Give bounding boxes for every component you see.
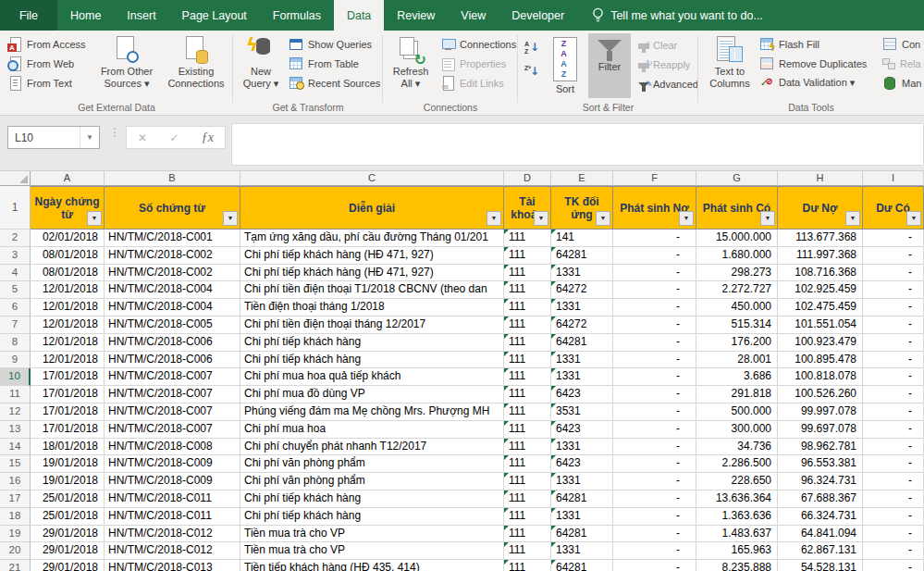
cell-credit-balance[interactable]: - [863,386,924,403]
cell-debit-balance[interactable]: 101.551.054 [778,317,863,334]
from-access-button[interactable]: From Access [6,34,88,54]
row-header[interactable]: 12 [0,403,31,421]
cell-doc-number[interactable]: HN/TM/C/2018-C006 [105,334,240,352]
cell-description[interactable]: Chi phí văn phòng phẩm [240,473,504,490]
tab-home[interactable]: Home [57,0,114,31]
row-header[interactable]: 4 [0,265,31,282]
cell-credit[interactable]: 2.286.500 [696,455,778,473]
cell-date[interactable]: 08/01/2018 [31,247,105,265]
cell-description[interactable]: Chi phí mua hoa quả tiếp khách [240,368,504,386]
cancel-icon[interactable]: ✕ [138,131,147,144]
cell-account[interactable]: 111 [504,455,551,473]
cell-date[interactable]: 19/01/2018 [31,455,105,473]
cell-doc-number[interactable]: HN/TM/C/2018-C002 [105,247,240,265]
cell-description[interactable]: Tiền tiếp khách hàng (HĐ 435, 414) [240,560,504,571]
from-table-button[interactable]: From Table [287,54,382,73]
cell-description[interactable]: Chi phí tiếp khách hàng (HĐ 471, 927) [240,247,504,265]
cell-credit-balance[interactable]: - [863,368,924,386]
cell-doc-number[interactable]: HN/TM/C/2018-C001 [105,230,240,247]
row-header[interactable]: 6 [0,299,31,317]
cell-date[interactable]: 18/01/2018 [31,439,105,456]
row-header[interactable]: 19 [0,526,31,543]
tab-review[interactable]: Review [384,0,448,31]
formula-input[interactable] [231,123,924,166]
cell-contra-account[interactable]: 1331 [551,542,613,560]
cell-credit[interactable]: 298.273 [696,265,778,282]
connections-button[interactable]: Connections [438,34,518,54]
cell-description[interactable]: Chi phí tiếp khách hàng [240,490,504,508]
from-text-button[interactable]: From Text [6,73,88,93]
cell-credit-balance[interactable]: - [863,439,924,456]
header-cell-dien-giai[interactable]: Diễn giải▼ [240,186,504,230]
new-query-button[interactable]: New Query ▾ [239,33,283,90]
text-to-columns-button[interactable]: Text to Columns [706,33,754,90]
tab-data[interactable]: Data [334,0,384,31]
cell-contra-account[interactable]: 64281 [551,490,613,508]
cell-credit-balance[interactable]: - [863,455,924,473]
sort-descending-button[interactable] [522,60,542,84]
filter-dropdown-button-d[interactable]: ▼ [534,211,548,226]
tab-file[interactable]: File [0,0,57,31]
cell-doc-number[interactable]: HN/TM/C/2018-C007 [105,403,240,421]
tell-me-box[interactable]: Tell me what you want to do... [583,0,772,31]
cell-contra-account[interactable]: 141 [551,230,613,247]
sort-button[interactable]: Sort [546,33,585,95]
cell-contra-account[interactable]: 1331 [551,508,613,526]
cell-debit-balance[interactable]: 54.528.131 [778,560,863,571]
cell-contra-account[interactable]: 64281 [551,334,613,352]
recent-sources-button[interactable]: Recent Sources [287,73,382,93]
cell-account[interactable]: 111 [504,473,551,490]
cell-credit[interactable]: 1.680.000 [696,247,778,265]
name-box-dropdown-icon[interactable]: ▼ [80,127,99,148]
manage-data-model-button[interactable]: Man [881,73,924,93]
cell-debit[interactable]: - [613,421,696,439]
header-cell-phat-sinh-co[interactable]: Phát sinh Có▼ [696,186,778,230]
row-header[interactable]: 10 [0,368,31,386]
cell-contra-account[interactable]: 1331 [551,352,613,369]
cell-doc-number[interactable]: HN/TM/C/2018-C004 [105,299,240,317]
data-validation-button[interactable]: Data Validation ▾ [758,73,869,93]
cell-credit-balance[interactable]: - [863,334,924,352]
cell-date[interactable]: 29/01/2018 [31,526,105,543]
tab-page-layout[interactable]: Page Layout [169,0,260,31]
consolidate-button[interactable]: Con [881,34,924,54]
cell-account[interactable]: 111 [504,368,551,386]
cell-credit-balance[interactable]: - [863,230,924,247]
cell-contra-account[interactable]: 1331 [551,439,613,456]
cell-debit[interactable]: - [613,230,696,247]
cell-credit[interactable]: 13.636.364 [696,490,778,508]
row-header[interactable]: 2 [0,230,31,247]
cell-credit-balance[interactable]: - [863,473,924,490]
cell-date[interactable]: 12/01/2018 [31,299,105,317]
cell-doc-number[interactable]: HN/TM/C/2018-C009 [105,455,240,473]
cell-credit[interactable]: 1.483.637 [696,526,778,543]
row-header[interactable]: 17 [0,490,31,508]
cell-account[interactable]: 111 [504,490,551,508]
cell-credit[interactable]: 165.963 [696,542,778,560]
cell-contra-account[interactable]: 6423 [551,421,613,439]
cell-credit[interactable]: 8.235.888 [696,560,778,571]
cell-date[interactable]: 08/01/2018 [31,265,105,282]
filter-button[interactable]: Filter [588,33,631,98]
cell-contra-account[interactable]: 1331 [551,368,613,386]
filter-dropdown-button-f[interactable]: ▼ [679,211,694,226]
cell-debit-balance[interactable]: 66.324.731 [778,508,863,526]
cell-credit[interactable]: 300.000 [696,421,778,439]
cell-doc-number[interactable]: HN/TM/C/2018-C007 [105,386,240,403]
cell-doc-number[interactable]: HN/TM/C/2018-C007 [105,421,240,439]
cell-debit[interactable]: - [613,281,696,299]
cell-description[interactable]: Chi phí chuyển phát nhanh T12/2017 [240,439,504,456]
cell-credit-balance[interactable]: - [863,299,924,317]
cell-contra-account[interactable]: 6423 [551,455,613,473]
tab-view[interactable]: View [448,0,499,31]
from-web-button[interactable]: From Web [6,54,88,73]
cell-debit[interactable]: - [613,265,696,282]
cell-doc-number[interactable]: HN/TM/C/2018-C013 [105,560,240,571]
cell-description[interactable]: Chi phí tiền điện thoại T1/2018 CBCNV (t… [240,281,504,299]
cell-contra-account[interactable]: 6423 [551,386,613,403]
cell-debit-balance[interactable]: 100.526.260 [778,386,863,403]
cell-debit-balance[interactable]: 108.716.368 [778,265,863,282]
cell-description[interactable]: Chi phí mua đồ dùng VP [240,386,504,403]
row-header[interactable]: 20 [0,542,31,560]
cell-account[interactable]: 111 [504,403,551,421]
